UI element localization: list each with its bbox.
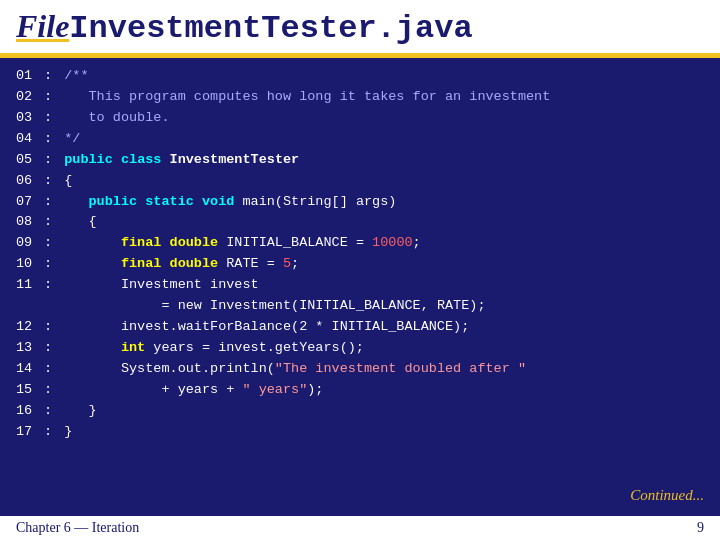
title-file: File bbox=[16, 8, 69, 45]
code-line-04: 04: */ bbox=[16, 129, 704, 150]
code-line-08: 08: { bbox=[16, 212, 704, 233]
code-line-07: 07: public static void main(String[] arg… bbox=[16, 192, 704, 213]
title-bar: File InvestmentTester.java bbox=[0, 0, 720, 53]
code-line-13: 13: int years = invest.getYears(); bbox=[16, 338, 704, 359]
continued-label: Continued... bbox=[630, 487, 704, 504]
code-line-06: 06: { bbox=[16, 171, 704, 192]
code-line-03: 03: to double. bbox=[16, 108, 704, 129]
footer: Chapter 6 — Iteration 9 bbox=[0, 516, 720, 540]
code-line-17: 17: } bbox=[16, 422, 704, 443]
code-line-16: 16: } bbox=[16, 401, 704, 422]
page-number: 9 bbox=[697, 520, 704, 536]
code-line-11: 11: Investment invest bbox=[16, 275, 704, 296]
code-line-14: 14: System.out.println("The investment d… bbox=[16, 359, 704, 380]
code-line-11b: = new Investment(INITIAL_BALANCE, RATE); bbox=[16, 296, 704, 317]
code-line-12: 12: invest.waitForBalance(2 * INITIAL_BA… bbox=[16, 317, 704, 338]
code-line-15: 15: + years + " years"); bbox=[16, 380, 704, 401]
chapter-label: Chapter 6 — Iteration bbox=[16, 520, 139, 536]
code-line-09: 09: final double INITIAL_BALANCE = 10000… bbox=[16, 233, 704, 254]
code-line-05: 05: public class InvestmentTester bbox=[16, 150, 704, 171]
code-area: 01: /** 02: This program computes how lo… bbox=[0, 58, 720, 451]
code-line-10: 10: final double RATE = 5; bbox=[16, 254, 704, 275]
code-line-01: 01: /** bbox=[16, 66, 704, 87]
code-line-02: 02: This program computes how long it ta… bbox=[16, 87, 704, 108]
title-rest: InvestmentTester.java bbox=[69, 10, 472, 47]
